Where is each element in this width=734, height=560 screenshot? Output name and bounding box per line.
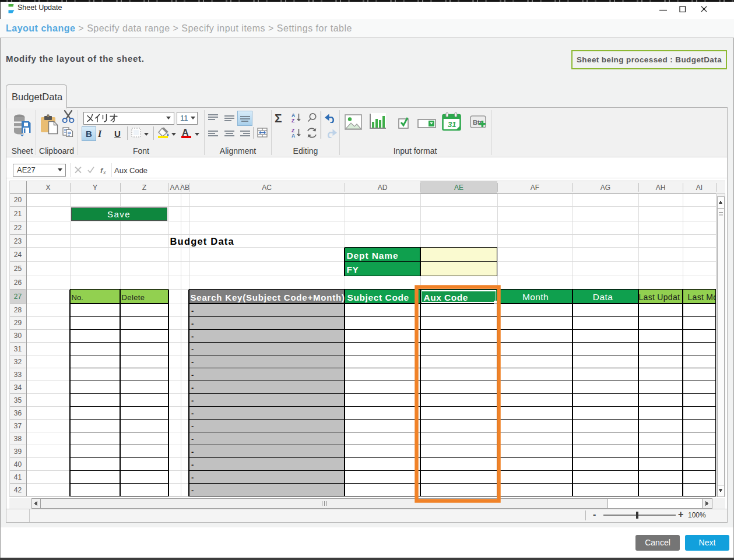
svg-text:-: - <box>191 422 194 431</box>
svg-text:Month: Month <box>522 292 549 302</box>
svg-text:39: 39 <box>14 448 22 456</box>
svg-text:AB: AB <box>180 184 189 192</box>
svg-text:-: - <box>191 473 194 482</box>
svg-text:34: 34 <box>14 383 22 392</box>
svg-text:-: - <box>191 435 194 443</box>
svg-text:AF: AF <box>531 184 539 192</box>
svg-text:41: 41 <box>14 473 22 481</box>
svg-text:-: - <box>191 319 194 328</box>
svg-text:-: - <box>191 358 194 367</box>
svg-text:AI: AI <box>696 184 703 192</box>
svg-text:Z: Z <box>292 118 294 123</box>
svg-text:Dept Name: Dept Name <box>347 251 399 260</box>
svg-text:X: X <box>45 184 50 192</box>
svg-text:-: - <box>191 409 194 418</box>
svg-text:AE: AE <box>454 184 463 192</box>
svg-text:AA: AA <box>170 184 179 192</box>
svg-text:AH: AH <box>656 184 666 192</box>
svg-text:A: A <box>292 133 295 138</box>
svg-text:AD: AD <box>378 184 388 192</box>
svg-text:Save: Save <box>107 209 131 219</box>
svg-text:Aux Code: Aux Code <box>424 293 468 302</box>
svg-text:Delete: Delete <box>122 293 145 302</box>
svg-text:Budget Data: Budget Data <box>170 236 234 246</box>
svg-text:FY: FY <box>347 265 359 274</box>
svg-text:22: 22 <box>14 224 22 232</box>
svg-text:25: 25 <box>14 265 22 273</box>
svg-text:42: 42 <box>14 486 22 494</box>
svg-text:Subject Code: Subject Code <box>347 293 409 302</box>
svg-text:-: - <box>191 486 194 495</box>
svg-text:Y: Y <box>93 184 97 192</box>
svg-text:AC: AC <box>262 184 272 192</box>
svg-text:21: 21 <box>14 210 22 218</box>
svg-text:27: 27 <box>14 293 22 301</box>
svg-text:-: - <box>191 448 194 456</box>
svg-text:-: - <box>191 307 194 315</box>
svg-text:Data: Data <box>593 292 613 302</box>
svg-text:-: - <box>191 396 194 405</box>
svg-text:No.: No. <box>72 293 83 302</box>
svg-text:32: 32 <box>14 358 22 366</box>
svg-text:-: - <box>191 460 194 469</box>
svg-text:x: x <box>103 170 106 175</box>
svg-text:20: 20 <box>14 196 22 204</box>
svg-text:37: 37 <box>14 422 22 430</box>
svg-text:Search Key(Subject Code+Month): Search Key(Subject Code+Month) <box>191 293 345 302</box>
svg-text:24: 24 <box>14 251 22 259</box>
svg-text:-: - <box>191 345 194 354</box>
svg-text:33: 33 <box>14 371 22 379</box>
svg-text:Z: Z <box>142 184 146 192</box>
svg-text:28: 28 <box>14 306 22 314</box>
svg-text:-: - <box>191 371 194 379</box>
svg-text:40: 40 <box>14 460 22 469</box>
svg-text:26: 26 <box>14 279 22 287</box>
svg-text:36: 36 <box>14 409 22 417</box>
svg-text:38: 38 <box>14 435 22 443</box>
svg-text:30: 30 <box>14 332 22 340</box>
svg-text:29: 29 <box>14 319 22 327</box>
svg-text:-: - <box>191 332 194 341</box>
svg-text:31: 31 <box>14 345 22 353</box>
svg-text:-: - <box>191 383 194 392</box>
svg-text:Last Updat: Last Updat <box>639 293 680 302</box>
svg-text:23: 23 <box>14 237 22 245</box>
svg-text:35: 35 <box>14 396 22 404</box>
svg-text:31: 31 <box>448 120 456 129</box>
svg-text:AG: AG <box>600 184 610 192</box>
